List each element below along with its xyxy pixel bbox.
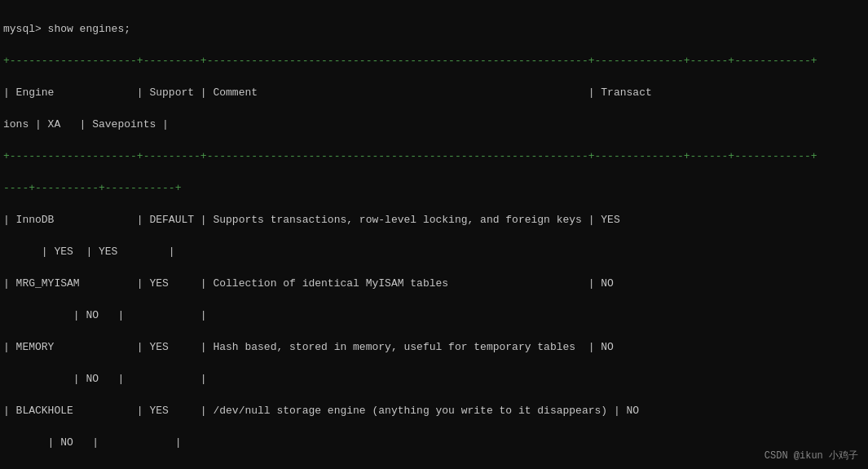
row-memory-cont: | NO | |: [3, 371, 865, 387]
row-memory: | MEMORY | YES | Hash based, stored in m…: [3, 339, 865, 356]
divider-header2: ----+----------+-----------+: [3, 180, 865, 197]
header-row: | Engine | Support | Comment | Transact: [3, 85, 865, 101]
header-row-cont: ions | XA | Savepoints |: [3, 117, 865, 133]
prompt-line: mysql> show engines;: [3, 21, 865, 38]
row-mrg: | MRG_MYISAM | YES | Collection of ident…: [3, 276, 865, 292]
row-innodb-cont: | YES | YES |: [3, 244, 865, 260]
terminal-window: mysql> show engines; +------------------…: [0, 0, 868, 469]
row-myisam: | MyISAM | YES | MyISAM storage engine |…: [3, 467, 865, 470]
row-mrg-cont: | NO | |: [3, 308, 865, 324]
row-blackhole: | BLACKHOLE | YES | /dev/null storage en…: [3, 403, 865, 419]
row-blackhole-cont: | NO | |: [3, 435, 865, 451]
divider-top: +--------------------+---------+--------…: [3, 53, 865, 69]
row-innodb: | InnoDB | DEFAULT | Supports transactio…: [3, 212, 865, 228]
watermark: CSDN @ikun 小鸡子: [764, 449, 858, 462]
divider-header: +--------------------+---------+--------…: [3, 148, 865, 165]
